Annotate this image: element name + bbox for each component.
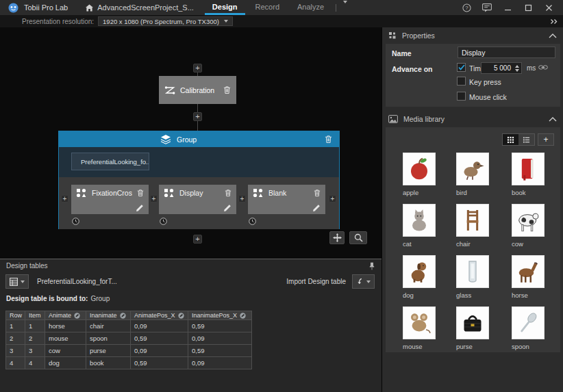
maximize-button[interactable]: [518, 0, 538, 15]
add-element-button-top[interactable]: +: [193, 64, 202, 73]
link-icon[interactable]: [538, 64, 548, 70]
key-press-checkbox[interactable]: [457, 77, 466, 86]
add-stimulus-button[interactable]: +: [61, 195, 68, 202]
spin-up-icon[interactable]: [515, 65, 519, 68]
media-item-purse[interactable]: purse: [456, 306, 512, 358]
add-element-button-middle[interactable]: +: [193, 112, 202, 121]
column-header-animate[interactable]: Animate: [45, 311, 86, 320]
group-block[interactable]: Group PreferentialLooking_fo... + + + +: [58, 131, 340, 229]
edit-pencil-icon[interactable]: [136, 205, 143, 211]
data-cell[interactable]: dog: [45, 357, 86, 369]
edit-pencil-icon[interactable]: [224, 205, 231, 211]
dropdown-caret-icon: [21, 280, 25, 283]
chevron-up-icon[interactable]: [549, 117, 557, 122]
add-stimulus-button[interactable]: +: [329, 195, 336, 202]
media-library-section-header[interactable]: Media library: [382, 112, 563, 126]
chevron-up-icon[interactable]: [549, 34, 557, 38]
collapse-panel-button[interactable]: [550, 18, 558, 25]
data-cell[interactable]: 0,59: [188, 320, 252, 332]
list-view-button[interactable]: [518, 134, 534, 145]
column-header-item: Item: [25, 311, 45, 320]
data-cell[interactable]: spoon: [86, 332, 131, 345]
stimulus-block-display[interactable]: Display: [159, 185, 236, 214]
column-header-animatepos_x[interactable]: AnimatePos_X: [131, 311, 188, 320]
data-cell[interactable]: 0,59: [131, 332, 188, 345]
column-header-inanimatepos_x[interactable]: InanimatePos_X: [188, 311, 252, 320]
media-item-horse[interactable]: horse: [512, 255, 563, 306]
design-table-grid: RowItemAnimateInanimateAnimatePos_XInani…: [5, 311, 252, 369]
close-button[interactable]: [538, 0, 559, 15]
mouse-thumbnail: [403, 306, 436, 339]
calibration-block[interactable]: Calibration: [159, 76, 236, 104]
import-design-table-button[interactable]: [352, 274, 375, 289]
tab-design[interactable]: Design: [203, 0, 247, 15]
media-item-glass[interactable]: glass: [456, 255, 512, 306]
column-header-inanimate[interactable]: Inanimate: [86, 311, 131, 320]
add-media-button[interactable]: +: [538, 133, 554, 146]
mouse-click-checkbox[interactable]: [457, 92, 466, 101]
minimize-button[interactable]: [497, 0, 518, 15]
media-item-spoon[interactable]: spoon: [512, 306, 563, 358]
media-item-apple[interactable]: apple: [403, 153, 456, 204]
project-name[interactable]: AdvancedScreenProject_S...: [97, 3, 194, 12]
media-item-cat[interactable]: cat: [403, 204, 456, 255]
name-input[interactable]: [458, 47, 555, 58]
grid-view-button[interactable]: [503, 134, 518, 145]
tab-analyze[interactable]: Analyze: [288, 0, 333, 15]
data-cell[interactable]: 0,09: [188, 332, 252, 345]
trash-icon[interactable]: [137, 189, 144, 197]
media-item-cow[interactable]: cow: [512, 204, 563, 255]
media-item-dog[interactable]: dog: [403, 255, 456, 306]
right-panel: Properties Name Advance on Time 5 000 ms…: [381, 27, 563, 392]
data-cell[interactable]: 0,59: [131, 357, 188, 369]
help-button[interactable]: ?: [456, 0, 477, 15]
add-stimulus-button[interactable]: +: [150, 195, 158, 202]
data-cell[interactable]: 0,09: [188, 357, 252, 369]
media-item-chair[interactable]: chair: [456, 204, 512, 255]
trash-icon[interactable]: [314, 189, 321, 197]
add-element-button-bottom[interactable]: +: [193, 235, 202, 244]
pan-tool-button[interactable]: [329, 231, 345, 244]
stimulus-block-fixationcross[interactable]: FixationCross: [71, 185, 149, 214]
time-unit-label: ms: [527, 64, 536, 72]
data-cell[interactable]: purse: [86, 345, 131, 357]
trash-icon[interactable]: [225, 189, 232, 197]
data-cell[interactable]: horse: [45, 320, 86, 332]
media-item-mouse[interactable]: mouse: [403, 306, 456, 358]
feedback-button[interactable]: [477, 0, 497, 15]
trash-icon[interactable]: [223, 86, 231, 94]
data-cell[interactable]: mouse: [45, 332, 86, 345]
data-cell[interactable]: 0,59: [188, 345, 252, 357]
stimulus-icon: [76, 188, 87, 198]
column-edit-icon: [74, 313, 80, 319]
window-controls: ?: [456, 0, 559, 15]
spin-down-icon[interactable]: [515, 69, 519, 72]
add-stimulus-button[interactable]: +: [238, 195, 246, 202]
time-spinbox[interactable]: 5 000: [481, 62, 522, 74]
tabs-overflow-caret[interactable]: [343, 3, 347, 12]
time-checkbox[interactable]: [457, 63, 466, 72]
design-canvas[interactable]: + Calibration + Group PreferentialLookin…: [0, 27, 381, 259]
stimulus-block-blank[interactable]: Blank: [248, 185, 325, 214]
zoom-tool-button[interactable]: [349, 231, 367, 244]
feedback-icon: [482, 3, 492, 12]
trash-icon[interactable]: [325, 135, 332, 144]
media-item-book[interactable]: book: [512, 153, 563, 204]
data-cell[interactable]: book: [86, 357, 131, 369]
edit-pencil-icon[interactable]: [313, 205, 320, 211]
data-cell[interactable]: 0,09: [131, 345, 188, 357]
table-selector-button[interactable]: [5, 274, 29, 289]
tab-record[interactable]: Record: [247, 0, 288, 15]
data-cell[interactable]: chair: [86, 320, 131, 332]
data-cell[interactable]: 0,09: [131, 320, 188, 332]
properties-section-header[interactable]: Properties: [382, 29, 563, 42]
group-header[interactable]: Group: [59, 131, 339, 147]
spinner-arrows[interactable]: [514, 65, 521, 72]
close-icon: [545, 4, 553, 12]
pin-icon[interactable]: [369, 262, 375, 270]
group-design-table-button[interactable]: PreferentialLooking_fo...: [71, 153, 149, 170]
presentation-resolution-dropdown[interactable]: 1920 x 1080 (Pro Spectrum, Pro TX300): [98, 16, 233, 26]
media-grid: applebirdbookcatchaircowdogglasshorsemou…: [403, 153, 563, 358]
data-cell[interactable]: cow: [45, 345, 86, 357]
media-item-bird[interactable]: bird: [456, 153, 512, 204]
